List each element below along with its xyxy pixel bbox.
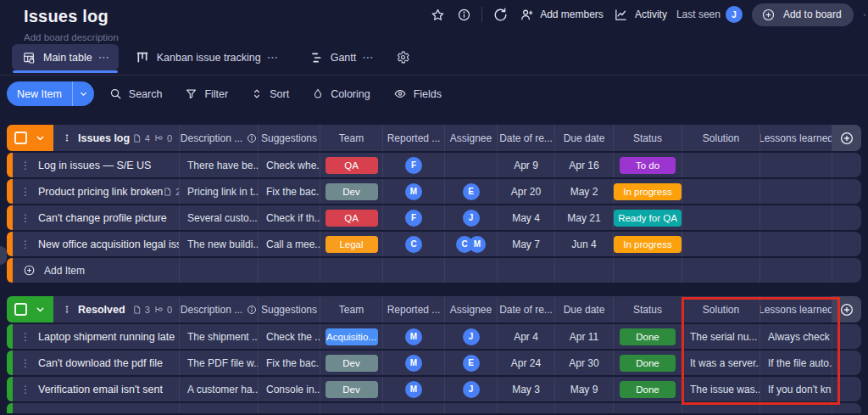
- date-cell[interactable]: Apr 20: [498, 179, 555, 204]
- item-name-cell[interactable]: ⋮ Product pricing link broken 2: [13, 179, 180, 204]
- new-item-dropdown[interactable]: [72, 81, 94, 106]
- assignee-cell[interactable]: J: [445, 324, 498, 349]
- reported-cell[interactable]: M: [383, 179, 445, 204]
- tab-options-icon[interactable]: ⋯: [267, 51, 279, 64]
- column-header-date[interactable]: Date of re...: [498, 125, 555, 151]
- date-cell[interactable]: May 7: [498, 232, 555, 256]
- status-cell[interactable]: Ready for QA: [614, 205, 682, 230]
- suggestions-cell[interactable]: Check the ...: [259, 324, 320, 349]
- tab-main-table[interactable]: Main table ⋯: [12, 44, 119, 70]
- suggestions-cell[interactable]: Check whe...: [259, 153, 320, 177]
- group-checkbox[interactable]: [14, 303, 27, 316]
- avatar[interactable]: M: [405, 381, 422, 398]
- info-icon[interactable]: [455, 6, 472, 23]
- description-cell[interactable]: There have be...: [180, 153, 259, 177]
- last-seen[interactable]: Last seen J: [676, 6, 743, 23]
- due-date-cell[interactable]: May 9: [555, 377, 614, 401]
- description-cell[interactable]: The PDF file w...: [180, 351, 259, 375]
- lessons-cell[interactable]: [760, 153, 832, 177]
- team-cell[interactable]: QA: [320, 205, 383, 230]
- group-title-cell[interactable]: Issues log 4 0: [53, 125, 180, 151]
- team-cell[interactable]: Acquisitio...: [320, 324, 383, 349]
- due-date-cell[interactable]: Apr 11: [555, 324, 614, 349]
- add-item-cell[interactable]: Add Item: [13, 258, 180, 283]
- team-pill[interactable]: QA: [326, 210, 378, 227]
- column-header-lessons[interactable]: Lessons learned: [760, 125, 832, 151]
- row-menu-icon[interactable]: ⋮: [13, 186, 38, 198]
- reported-cell[interactable]: M: [383, 324, 445, 349]
- team-pill[interactable]: Dev: [326, 355, 378, 372]
- solution-cell[interactable]: The serial nu...: [682, 324, 760, 349]
- date-cell[interactable]: Apr 24: [498, 351, 555, 375]
- group-checkbox[interactable]: [14, 132, 27, 144]
- assignee-cell[interactable]: [445, 153, 498, 177]
- column-header-description[interactable]: Description ...: [180, 296, 259, 322]
- status-pill[interactable]: Done: [620, 355, 676, 372]
- item-name-cell[interactable]: ⋮ Verification email isn't sent: [13, 377, 180, 401]
- column-header-assignee[interactable]: Assignee: [445, 125, 498, 151]
- suggestions-cell[interactable]: Fix the bac...: [259, 351, 320, 375]
- avatar[interactable]: M: [405, 328, 422, 345]
- table-row[interactable]: ⋮ Log in issues — S/E US There have be..…: [7, 153, 861, 177]
- coloring-button[interactable]: Coloring: [312, 87, 370, 100]
- description-cell[interactable]: The shipment ...: [180, 324, 259, 349]
- integrate-icon[interactable]: [492, 6, 509, 23]
- column-header-reported[interactable]: Reported ...: [383, 125, 445, 151]
- table-row[interactable]: ⋮ Product pricing link broken 2 Pricing …: [7, 179, 861, 204]
- due-date-cell[interactable]: May 21: [555, 205, 614, 230]
- reported-cell[interactable]: C: [383, 232, 445, 256]
- new-item-button[interactable]: New Item: [7, 81, 94, 106]
- avatar[interactable]: J: [463, 328, 480, 345]
- status-cell[interactable]: Done: [614, 377, 682, 401]
- team-cell[interactable]: Dev: [320, 179, 383, 204]
- board-description-placeholder[interactable]: Add board description: [24, 32, 119, 42]
- avatar[interactable]: F: [405, 157, 422, 174]
- status-cell[interactable]: To do: [614, 153, 682, 177]
- table-row[interactable]: ⋮ New office acquisition legal issues Th…: [7, 232, 861, 256]
- avatar[interactable]: M: [469, 236, 486, 253]
- add-members-button[interactable]: Add members: [518, 6, 604, 23]
- panel-toggle[interactable]: [0, 246, 7, 265]
- description-cell[interactable]: Several custo...: [180, 205, 259, 230]
- add-item-button[interactable]: Add Item: [13, 264, 85, 277]
- avatar[interactable]: F: [405, 210, 422, 227]
- date-cell[interactable]: Apr 9: [498, 153, 555, 177]
- team-pill[interactable]: Legal: [326, 236, 378, 253]
- add-item-cell[interactable]: [13, 403, 180, 413]
- new-item-label[interactable]: New Item: [7, 81, 72, 106]
- avatar[interactable]: J: [463, 210, 480, 227]
- date-cell[interactable]: May 3: [498, 377, 555, 401]
- gear-icon[interactable]: [394, 49, 411, 66]
- status-cell[interactable]: Done: [614, 324, 682, 349]
- star-icon[interactable]: [429, 6, 446, 23]
- due-date-cell[interactable]: Apr 30: [555, 351, 614, 375]
- column-header-due-date[interactable]: Due date: [555, 125, 614, 151]
- status-pill[interactable]: In progress: [614, 183, 682, 200]
- column-header-assignee[interactable]: Assignee: [445, 296, 498, 322]
- lessons-cell[interactable]: Always check ...: [760, 324, 832, 349]
- solution-cell[interactable]: [682, 232, 760, 256]
- reported-cell[interactable]: F: [383, 153, 445, 177]
- team-pill[interactable]: QA: [326, 157, 378, 174]
- updates-badge[interactable]: 2: [163, 187, 180, 197]
- tab-kanban[interactable]: Kanban issue tracking ⋯: [125, 44, 287, 70]
- column-header-date[interactable]: Date of re...: [498, 296, 555, 322]
- column-header-solution[interactable]: Solution: [682, 125, 760, 151]
- row-menu-icon[interactable]: ⋮: [13, 212, 38, 224]
- item-name-cell[interactable]: ⋮ Laptop shipment running late: [13, 324, 180, 349]
- due-date-cell[interactable]: May 2: [555, 179, 614, 204]
- team-pill[interactable]: Dev: [326, 183, 378, 200]
- suggestions-cell[interactable]: Call a mee...: [259, 232, 320, 256]
- lessons-cell[interactable]: If the file auto...: [760, 351, 832, 375]
- avatar[interactable]: E: [463, 183, 480, 200]
- tab-options-icon[interactable]: ⋯: [98, 51, 110, 64]
- column-header-description[interactable]: Description ...: [180, 125, 259, 151]
- avatar[interactable]: M: [405, 183, 422, 200]
- assignee-cell[interactable]: E: [445, 351, 498, 375]
- assignee-cell[interactable]: J: [445, 205, 498, 230]
- due-date-cell[interactable]: Jun 4: [555, 232, 614, 256]
- column-header-solution[interactable]: Solution: [682, 296, 760, 322]
- search-button[interactable]: Search: [109, 87, 163, 100]
- column-header-suggestions[interactable]: Suggestions: [259, 125, 320, 151]
- column-header-lessons[interactable]: Lessons learned: [760, 296, 832, 322]
